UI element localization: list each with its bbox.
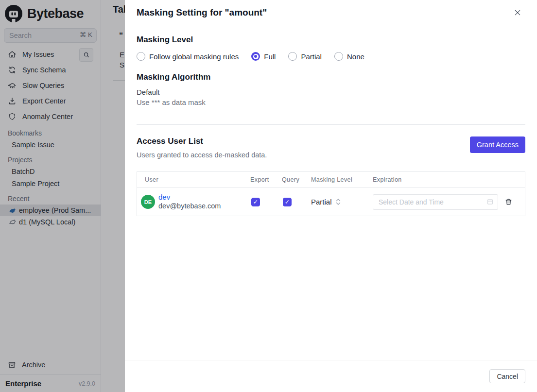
column-header-expiration: Expiration [373,176,503,183]
column-header-user: User [137,176,250,183]
user-name-link[interactable]: dev [158,193,221,202]
cancel-button[interactable]: Cancel [489,369,525,383]
radio-partial[interactable]: Partial [288,52,322,61]
radio-full[interactable]: Full [251,52,276,61]
user-email: dev@bytebase.com [158,202,221,211]
radio-label: Follow global masking rules [149,52,239,61]
expiration-cell [373,194,498,210]
algorithm-description: Use *** as data mask [137,98,525,106]
access-user-table: User Export Query Masking Level Expirati… [137,171,525,216]
query-checkbox[interactable] [283,198,292,206]
trash-icon[interactable] [503,197,514,207]
modal-footer: Cancel [125,360,537,392]
radio-label: Partial [301,52,322,61]
masking-setting-modal: Masking Setting for "amount" Masking Lev… [125,0,537,392]
export-checkbox[interactable] [251,198,260,206]
masking-level-select[interactable]: Partial [311,198,373,206]
radio-icon[interactable] [251,52,260,61]
masking-algorithm-heading: Masking Algorithm [137,72,525,82]
masking-level-value: Partial [311,198,332,206]
column-header-export: Export [250,176,282,183]
chevron-updown-icon [335,198,341,205]
avatar: DE [141,195,155,209]
table-row: DE dev dev@bytebase.com Partial [137,188,525,216]
algorithm-name: Default [137,88,525,96]
modal-title: Masking Setting for "amount" [137,7,267,18]
radio-none[interactable]: None [334,52,364,61]
column-header-masking-level: Masking Level [311,176,373,183]
section-divider [137,124,525,125]
app-root: Bytebase ⌘ K My Issues Sync Schema Slow … [0,0,537,392]
radio-label: Full [264,52,276,61]
radio-follow-global[interactable]: Follow global masking rules [137,52,239,61]
access-user-list-subtitle: Users granted to access de-masked data. [137,151,267,159]
table-header-row: User Export Query Masking Level Expirati… [137,172,525,188]
access-user-list-heading: Access User List [137,136,267,146]
radio-label: None [347,52,364,61]
masking-level-heading: Masking Level [137,35,525,45]
access-user-list-header: Access User List Users granted to access… [137,136,525,159]
modal-body: Masking Level Follow global masking rule… [125,25,537,360]
column-header-query: Query [282,176,311,183]
expiration-date-input[interactable] [373,194,498,210]
close-icon[interactable] [512,7,523,18]
modal-header: Masking Setting for "amount" [125,0,537,25]
masking-level-options: Follow global masking rules Full Partial… [137,52,525,61]
grant-access-button[interactable]: Grant Access [470,136,525,153]
radio-icon[interactable] [334,52,343,61]
user-cell: DE dev dev@bytebase.com [137,193,250,211]
radio-icon[interactable] [288,52,297,61]
radio-icon[interactable] [137,52,145,61]
